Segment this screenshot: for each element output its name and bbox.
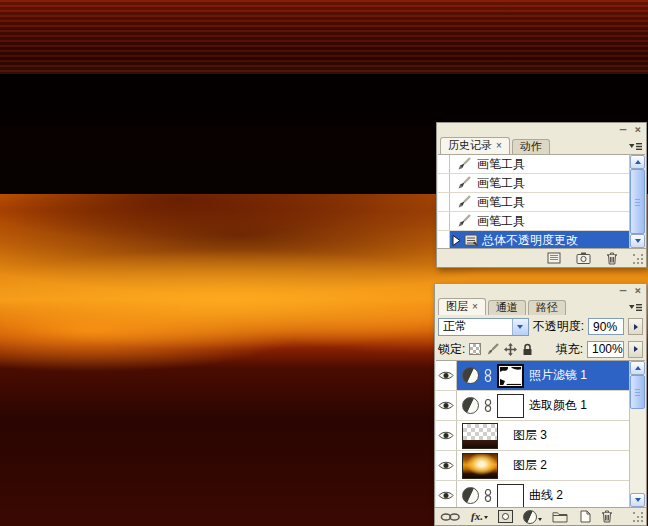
layer-row[interactable]: 选取颜色 1 <box>436 391 629 421</box>
mask-link-icon[interactable] <box>484 489 492 502</box>
history-row[interactable]: 画笔工具 <box>438 155 629 174</box>
link-layers-icon[interactable] <box>440 512 461 522</box>
layer-row[interactable]: 曲线 2 <box>436 481 629 507</box>
layer-mask-thumbnail[interactable] <box>497 484 524 508</box>
tab-paths[interactable]: 路径 <box>528 300 566 315</box>
history-row[interactable]: 画笔工具 <box>438 193 629 212</box>
resize-grip[interactable] <box>633 254 644 265</box>
delete-icon[interactable] <box>606 252 618 265</box>
scroll-up-icon[interactable] <box>630 155 645 169</box>
adjustment-layer-icon[interactable] <box>462 397 479 414</box>
fill-slider-icon[interactable] <box>628 341 643 358</box>
tab-actions-label: 动作 <box>520 139 542 154</box>
new-group-icon[interactable] <box>552 511 568 523</box>
layer-row[interactable]: 图层 3 <box>436 421 629 451</box>
tab-channels-label: 通道 <box>496 300 518 315</box>
close-icon[interactable]: × <box>634 125 641 135</box>
tab-actions[interactable]: 动作 <box>512 139 550 154</box>
layer-thumbnail[interactable] <box>462 423 498 449</box>
brush-icon <box>457 195 471 209</box>
scroll-down-icon[interactable] <box>630 234 645 248</box>
layers-panel: – × 图层 × 通道 路径 正常 不透明度: 90% <box>434 283 647 526</box>
layer-style-label: fx. <box>471 511 483 522</box>
panel-menu-icon[interactable] <box>629 303 643 312</box>
layers-tabrow: 图层 × 通道 路径 <box>435 297 646 315</box>
layer-row[interactable]: 照片滤镜 1 <box>436 361 629 391</box>
resize-grip[interactable] <box>633 512 644 523</box>
blend-mode-select[interactable]: 正常 <box>438 318 529 336</box>
new-document-from-state-icon[interactable] <box>547 252 561 264</box>
scroll-down-icon[interactable] <box>630 493 645 507</box>
layers-scroll-thumb[interactable] <box>630 375 645 409</box>
panel-menu-icon[interactable] <box>629 142 643 151</box>
history-source-checkbox[interactable] <box>438 231 450 248</box>
history-scrollbar[interactable] <box>629 155 645 248</box>
chevron-down-icon[interactable] <box>512 319 528 335</box>
layers-list: 照片滤镜 1 选取颜色 1 图层 3 <box>436 360 645 507</box>
history-row-label: 画笔工具 <box>477 194 525 211</box>
history-panel: – × 历史记录 × 动作 画笔工具 <box>436 122 647 268</box>
layers-scrollbar[interactable] <box>629 361 645 507</box>
opacity-input[interactable]: 90% <box>588 318 624 335</box>
history-list: 画笔工具 画笔工具 画笔工具 <box>438 154 645 248</box>
tab-paths-label: 路径 <box>536 300 558 315</box>
tab-history[interactable]: 历史记录 × <box>440 137 510 154</box>
history-source-checkbox[interactable] <box>438 174 450 192</box>
opacity-slider-icon[interactable] <box>628 318 643 335</box>
tab-layers-label: 图层 <box>446 299 468 314</box>
new-snapshot-icon[interactable] <box>576 252 591 264</box>
history-source-checkbox[interactable] <box>438 193 450 211</box>
lock-image-icon[interactable] <box>486 343 499 356</box>
history-footer <box>437 248 646 267</box>
current-state-pointer-icon <box>452 235 461 246</box>
adjustment-layer-icon[interactable] <box>462 367 479 384</box>
layer-name: 图层 2 <box>513 457 547 474</box>
close-icon[interactable]: × <box>634 286 641 296</box>
history-row-label: 总体不透明度更改 <box>482 232 578 249</box>
layer-style-icon[interactable]: fx. <box>471 511 488 522</box>
scroll-up-icon[interactable] <box>630 361 645 375</box>
fill-input[interactable]: 100% <box>587 341 624 358</box>
lock-position-icon[interactable] <box>504 343 517 356</box>
new-adjustment-icon[interactable] <box>523 510 542 524</box>
history-row-selected[interactable]: 总体不透明度更改 <box>438 231 629 248</box>
history-source-checkbox[interactable] <box>438 155 450 173</box>
new-layer-icon[interactable] <box>578 510 591 523</box>
lock-transparency-icon[interactable] <box>469 343 481 355</box>
history-row[interactable]: 画笔工具 <box>438 212 629 231</box>
layer-row[interactable]: 图层 2 <box>436 451 629 481</box>
history-scroll-thumb[interactable] <box>630 169 645 234</box>
visibility-toggle[interactable] <box>436 361 457 390</box>
layer-thumbnail[interactable] <box>462 453 498 479</box>
minimize-icon[interactable]: – <box>620 125 627 135</box>
add-mask-icon[interactable] <box>498 510 513 523</box>
layer-name: 曲线 2 <box>529 487 563 504</box>
history-row-label: 画笔工具 <box>477 156 525 173</box>
mask-link-icon[interactable] <box>484 399 492 412</box>
opacity-label: 不透明度: <box>533 318 584 335</box>
lock-all-icon[interactable] <box>522 343 533 356</box>
minimize-icon[interactable]: – <box>620 286 627 296</box>
delete-layer-icon[interactable] <box>601 510 613 523</box>
history-tabrow: 历史记录 × 动作 <box>437 136 646 154</box>
history-row[interactable]: 画笔工具 <box>438 174 629 193</box>
layers-footer: fx. <box>435 507 646 525</box>
visibility-toggle[interactable] <box>436 391 457 420</box>
adjustment-layer-icon[interactable] <box>462 487 479 504</box>
mask-link-icon[interactable] <box>484 369 492 382</box>
tab-close-icon[interactable]: × <box>496 140 502 151</box>
visibility-toggle[interactable] <box>436 421 457 450</box>
tab-history-label: 历史记录 <box>448 138 492 153</box>
blend-opacity-row: 正常 不透明度: 90% <box>435 315 646 338</box>
history-source-checkbox[interactable] <box>438 212 450 230</box>
layer-mask-thumbnail[interactable] <box>497 364 524 388</box>
history-titlebar: – × <box>437 123 646 136</box>
layer-mask-thumbnail[interactable] <box>497 394 524 418</box>
lock-label: 锁定: <box>438 341 465 358</box>
tab-close-icon[interactable]: × <box>472 301 478 312</box>
photoshop-workspace: – × 历史记录 × 动作 画笔工具 <box>0 0 648 526</box>
tab-layers[interactable]: 图层 × <box>438 298 486 315</box>
tab-channels[interactable]: 通道 <box>488 300 526 315</box>
visibility-toggle[interactable] <box>436 481 457 507</box>
visibility-toggle[interactable] <box>436 451 457 480</box>
